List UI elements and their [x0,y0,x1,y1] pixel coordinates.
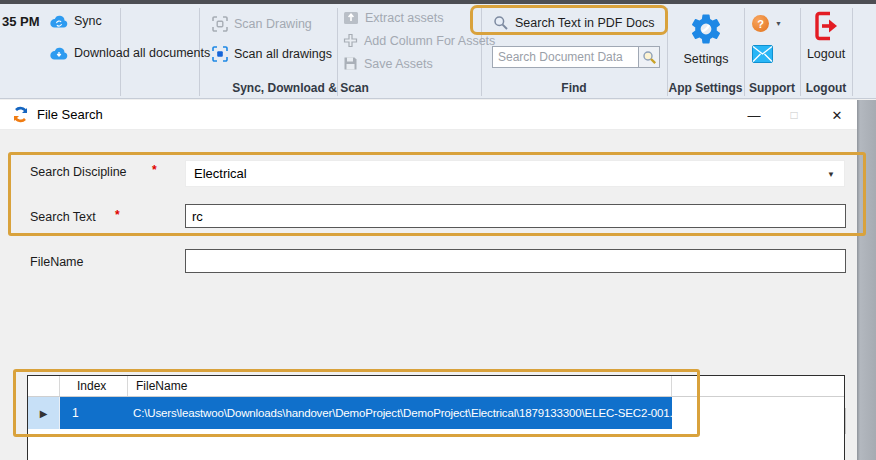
support-group-label: Support [744,80,800,96]
question-icon: ? [752,15,769,32]
scan-all-drawings-button[interactable]: Scan all drawings [212,46,332,62]
search-go-button[interactable] [638,46,660,68]
table-row[interactable]: ▶ 1 C:\Users\leastwoo\Downloads\handover… [28,397,844,429]
save-floppy-icon [343,56,358,71]
search-text-in-pdf-docs-label: Search Text in PDF Docs [515,16,654,30]
download-all-documents-button[interactable]: Download all documents [50,46,210,60]
results-grid: Index FileName ▶ 1 C:\Users\leastwoo\Dow… [27,375,845,460]
cell-index[interactable]: 1 [60,397,128,429]
filename-label: FileName [30,255,84,269]
column-header-filename[interactable]: FileName [128,376,672,396]
find-group-label: Find [481,80,667,96]
dialog-title: File Search [37,107,103,122]
search-text-in-pdf-docs-button[interactable]: Search Text in PDF Docs [493,15,654,31]
search-text-label: Search Text [30,210,96,224]
ribbon-separator [852,8,853,96]
chevron-down-icon: ▼ [775,20,782,27]
cell-filename[interactable]: C:\Users\leastwoo\Downloads\handover\Dem… [128,397,672,429]
app-settings-group-label: App Settings [667,80,744,96]
sync-button[interactable]: Sync [50,14,102,28]
logout-group-label: Logout [800,80,852,96]
add-column-for-assets-label: Add Column For Assets [364,34,495,48]
help-dropdown-button[interactable]: ? ▼ [752,15,782,32]
document-search-box [492,46,660,68]
search-discipline-label: Search Discipline [30,165,127,179]
grid-header-row: Index FileName [28,376,844,397]
sync-group-label: Sync, Download & Scan [120,80,481,96]
clock-time-label: 35 PM [2,14,40,29]
search-discipline-value: Electrical [194,166,247,181]
scan-drawing-button[interactable]: Scan Drawing [212,16,312,32]
scan-all-frame-icon [212,46,228,62]
download-all-documents-label: Download all documents [74,46,210,60]
gear-icon [688,10,724,48]
row-selector-cell[interactable]: ▶ [28,397,60,429]
add-column-plus-icon [343,33,358,48]
close-button[interactable]: ✕ [825,104,849,126]
save-assets-button[interactable]: Save Assets [343,56,433,71]
search-text-input[interactable] [185,204,846,228]
add-column-for-assets-button[interactable]: Add Column For Assets [343,33,495,48]
required-marker: * [115,208,120,222]
desktop-background-strip [857,100,876,460]
app-sync-logo-icon [12,106,29,123]
contact-support-button[interactable] [752,45,773,63]
ribbon-toolbar: 35 PM Sync Download all documents Scan D… [0,4,876,99]
grid-corner-cell [28,376,60,396]
file-search-dialog: File Search — □ ✕ Search Discipline * El… [0,100,857,460]
save-assets-label: Save Assets [364,57,433,71]
cloud-sync-icon [50,15,68,28]
gold-search-icon [642,50,657,65]
logout-icon [813,10,839,42]
extract-assets-button[interactable]: Extract assets [343,10,444,25]
filename-input[interactable] [185,249,846,273]
extract-assets-label: Extract assets [365,11,444,25]
chevron-down-icon: ▼ [827,170,835,179]
scan-all-drawings-label: Scan all drawings [234,47,332,61]
scan-frame-icon [212,16,228,32]
row-selector-arrow-icon: ▶ [40,408,48,419]
search-icon [493,15,509,31]
required-marker: * [152,163,157,177]
logout-button-label: Logout [800,47,852,61]
minimize-button[interactable]: — [742,104,766,126]
logout-button[interactable]: Logout [800,10,852,61]
sync-button-label: Sync [74,14,102,28]
maximize-button[interactable]: □ [782,104,806,126]
settings-button-label: Settings [668,52,744,66]
dialog-titlebar[interactable]: File Search — □ ✕ [0,100,857,130]
column-header-index[interactable]: Index [60,376,128,396]
mail-icon [752,45,773,63]
settings-button[interactable]: Settings [668,10,744,66]
cloud-download-icon [50,47,68,60]
scan-drawing-label: Scan Drawing [234,17,312,31]
search-discipline-combobox[interactable]: Electrical ▼ [185,160,845,187]
extract-assets-icon [343,10,359,25]
search-document-data-input[interactable] [492,46,638,68]
